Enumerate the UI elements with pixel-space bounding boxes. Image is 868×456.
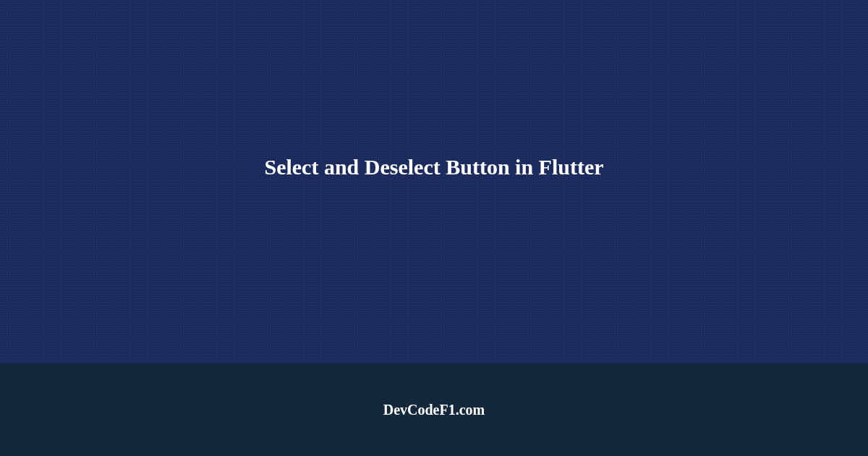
hero-banner: Select and Deselect Button in Flutter (0, 0, 868, 363)
footer: DevCodeF1.com (0, 363, 868, 456)
page-title: Select and Deselect Button in Flutter (264, 155, 603, 180)
site-name: DevCodeF1.com (383, 402, 485, 418)
